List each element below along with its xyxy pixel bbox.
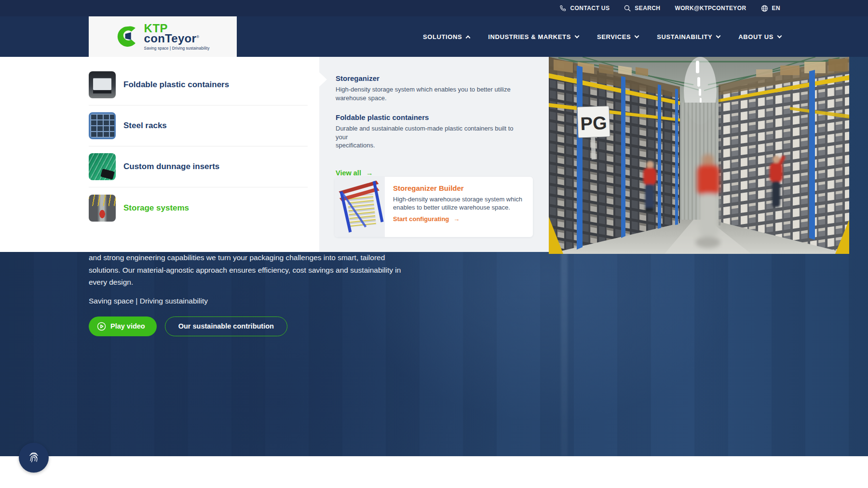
hero-paragraph: and strong engineering capabilities we t… [89, 251, 401, 289]
menu-item-label: Custom dunnage inserts [123, 162, 219, 171]
language-switcher[interactable]: EN [761, 5, 780, 12]
megamenu-detail-panel: Storeganizer High-density storage system… [319, 57, 549, 252]
nav-item-sustainability[interactable]: SUSTAINABILITY [657, 33, 720, 40]
logo-tagline: Saving space | Driving sustainability [144, 46, 210, 50]
entry-description: Durable and sustainable custom-made plas… [336, 124, 514, 150]
fingerprint-icon [26, 449, 42, 466]
contact-us-label: CONTACT US [570, 5, 610, 12]
logo-text: KTP conTeyor® Saving space | Driving sus… [144, 23, 210, 50]
logo-inner: KTP conTeyor® Saving space | Driving sus… [116, 23, 210, 50]
play-video-button[interactable]: Play video [89, 317, 157, 336]
card-description: High-density warehouse storage system wh… [393, 195, 522, 211]
view-all-label: View all [336, 169, 361, 177]
megamenu-left-panel: Foldable plastic containers Steel racks … [0, 57, 319, 252]
steel-rack-thumbnail [89, 112, 116, 139]
logo-conteyor: conTeyor® [144, 33, 210, 44]
nav-label-services: SERVICES [597, 33, 631, 40]
page: and strong engineering capabilities we t… [0, 0, 868, 488]
registered-mark: ® [196, 35, 199, 39]
nav-label-solutions: SOLUTIONS [423, 33, 462, 40]
play-video-label: Play video [110, 322, 145, 330]
entry-title-link[interactable]: Storeganizer [336, 74, 549, 82]
chevron-up-icon [466, 35, 471, 40]
menu-item-label: Storage systems [123, 203, 189, 213]
menu-item-foldable-plastic-containers[interactable]: Foldable plastic containers [89, 65, 308, 106]
start-configurating-link[interactable]: Start configurating → [393, 215, 460, 223]
menu-item-custom-dunnage-inserts[interactable]: Custom dunnage inserts [89, 146, 308, 187]
search-link[interactable]: SEARCH [624, 5, 660, 12]
nav-label-about: ABOUT US [738, 33, 773, 40]
work-link[interactable]: WORK@KTPCONTEYOR [675, 5, 746, 12]
sustainable-contribution-label: Our sustainable contribution [178, 322, 274, 330]
pg-sign-text: PG [580, 113, 607, 134]
nav-item-industries-markets[interactable]: INDUSTRIES & MARKETS [488, 33, 579, 40]
menu-item-label: Foldable plastic containers [123, 80, 229, 90]
storeganizer-builder-image [335, 177, 385, 237]
search-icon [624, 5, 631, 12]
detail-entry-storeganizer: Storeganizer High-density storage system… [336, 74, 549, 102]
dunnage-insert-thumbnail [89, 153, 116, 180]
storeganizer-builder-card[interactable]: Storeganizer Builder High-density wareho… [335, 177, 533, 237]
topbar: CONTACT US SEARCH WORK@KTPCONTEYOR EN [0, 0, 868, 16]
menu-item-storage-systems[interactable]: Storage systems [89, 187, 308, 228]
contact-us-link[interactable]: CONTACT US [559, 5, 610, 12]
work-label: WORK@KTPCONTEYOR [675, 5, 746, 12]
nav-label-sustainability: SUSTAINABILITY [657, 33, 712, 40]
hero-tagline: Saving space | Driving sustainability [89, 297, 401, 305]
hero-buttons: Play video Our sustainable contribution [89, 317, 401, 336]
foldable-container-thumbnail [89, 71, 116, 98]
active-item-arrow [319, 72, 327, 87]
detail-entry-foldable-containers: Foldable plastic containers Durable and … [336, 113, 549, 150]
hero-content: and strong engineering capabilities we t… [89, 251, 401, 336]
globe-icon [761, 5, 768, 12]
card-body: Storeganizer Builder High-density wareho… [385, 177, 530, 237]
arrow-right-icon: → [366, 169, 373, 177]
logo[interactable]: KTP conTeyor® Saving space | Driving sus… [89, 16, 237, 57]
chevron-down-icon [777, 33, 782, 38]
logo-c-mark-icon [116, 25, 139, 48]
card-title: Storeganizer Builder [393, 184, 522, 192]
language-label: EN [772, 5, 780, 12]
sustainable-contribution-button[interactable]: Our sustainable contribution [165, 317, 287, 336]
warehouse-aisle-photo: PG [549, 57, 849, 254]
play-icon [97, 322, 106, 331]
entry-title-link[interactable]: Foldable plastic containers [336, 113, 549, 121]
entry-description: High-density storage system which enable… [336, 85, 514, 102]
nav-item-services[interactable]: SERVICES [597, 33, 638, 40]
privacy-fingerprint-button[interactable] [19, 443, 49, 473]
view-all-link[interactable]: View all → [336, 169, 373, 177]
nav-item-solutions[interactable]: SOLUTIONS [423, 33, 470, 40]
search-label: SEARCH [635, 5, 660, 12]
arrow-right-icon: → [453, 215, 460, 223]
storage-system-thumbnail [89, 195, 116, 222]
menu-item-steel-racks[interactable]: Steel racks [89, 106, 308, 146]
phone-icon [559, 5, 567, 12]
chevron-down-icon [635, 33, 639, 38]
chevron-down-icon [716, 33, 721, 38]
menu-item-label: Steel racks [123, 121, 167, 131]
start-configurating-label: Start configurating [393, 215, 449, 223]
megamenu-photo: PG [549, 57, 849, 254]
nav-label-industries: INDUSTRIES & MARKETS [488, 33, 571, 40]
nav-item-about-us[interactable]: ABOUT US [738, 33, 781, 40]
chevron-down-icon [574, 33, 579, 38]
